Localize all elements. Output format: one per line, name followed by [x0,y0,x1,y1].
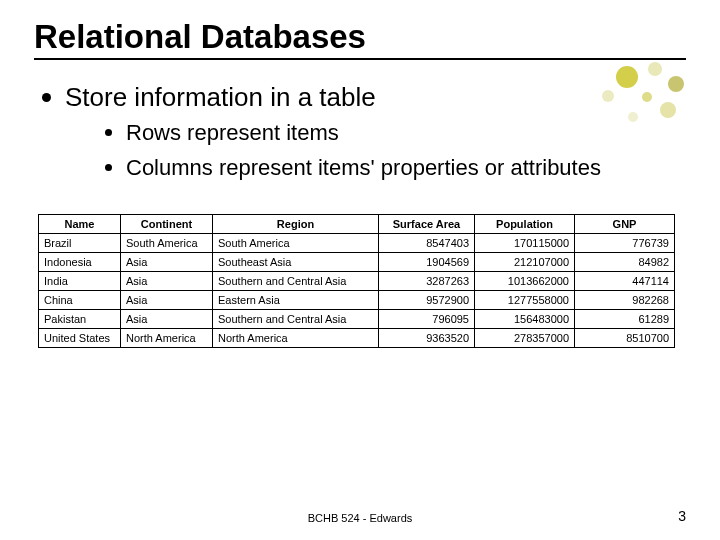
cell-gnp: 447114 [575,272,675,291]
cell-region: North America [213,329,379,348]
col-population: Population [475,215,575,234]
cell-population: 156483000 [475,310,575,329]
bullet-icon [105,129,112,136]
cell-region: Eastern Asia [213,291,379,310]
slide-title: Relational Databases [34,18,686,60]
table-row: BrazilSouth AmericaSouth America85474031… [39,234,675,253]
table-header-row: Name Continent Region Surface Area Popul… [39,215,675,234]
sub-bullet-list: Rows represent items Columns represent i… [105,119,686,182]
bullet-icon [42,93,51,102]
cell-population: 1277558000 [475,291,575,310]
cell-gnp: 8510700 [575,329,675,348]
cell-gnp: 84982 [575,253,675,272]
col-surface: Surface Area [379,215,475,234]
page-number: 3 [678,508,686,524]
cell-name: Brazil [39,234,121,253]
cell-continent: Asia [121,253,213,272]
cell-surface: 9363520 [379,329,475,348]
cell-population: 170115000 [475,234,575,253]
bullet-level2: Columns represent items' properties or a… [105,154,686,183]
col-region: Region [213,215,379,234]
cell-population: 1013662000 [475,272,575,291]
col-name: Name [39,215,121,234]
cell-continent: Asia [121,310,213,329]
col-gnp: GNP [575,215,675,234]
cell-population: 212107000 [475,253,575,272]
sub-bullet-text: Rows represent items [126,119,339,148]
table-row: IndonesiaAsiaSoutheast Asia1904569212107… [39,253,675,272]
cell-region: Southern and Central Asia [213,310,379,329]
slide-content: Relational Databases Store information i… [0,0,720,540]
cell-surface: 1904569 [379,253,475,272]
bullet-icon [105,164,112,171]
cell-continent: Asia [121,272,213,291]
sub-bullet-text: Columns represent items' properties or a… [126,154,601,183]
cell-surface: 796095 [379,310,475,329]
col-continent: Continent [121,215,213,234]
cell-name: China [39,291,121,310]
cell-name: United States [39,329,121,348]
cell-continent: South America [121,234,213,253]
cell-surface: 9572900 [379,291,475,310]
table-row: United StatesNorth AmericaNorth America9… [39,329,675,348]
bullet-list: Store information in a table Rows repres… [42,82,686,188]
data-table: Name Continent Region Surface Area Popul… [38,214,675,348]
table-row: IndiaAsiaSouthern and Central Asia328726… [39,272,675,291]
table-row: PakistanAsiaSouthern and Central Asia796… [39,310,675,329]
cell-name: Indonesia [39,253,121,272]
cell-continent: Asia [121,291,213,310]
cell-gnp: 61289 [575,310,675,329]
cell-surface: 3287263 [379,272,475,291]
bullet-level2: Rows represent items [105,119,686,148]
cell-name: India [39,272,121,291]
cell-continent: North America [121,329,213,348]
table-row: ChinaAsiaEastern Asia9572900127755800098… [39,291,675,310]
cell-region: Southeast Asia [213,253,379,272]
cell-name: Pakistan [39,310,121,329]
bullet-level1: Store information in a table Rows repres… [42,82,686,188]
cell-region: Southern and Central Asia [213,272,379,291]
cell-surface: 8547403 [379,234,475,253]
cell-region: South America [213,234,379,253]
footer-text: BCHB 524 - Edwards [0,512,720,524]
cell-gnp: 776739 [575,234,675,253]
bullet-text: Store information in a table [65,82,686,113]
cell-population: 278357000 [475,329,575,348]
cell-gnp: 982268 [575,291,675,310]
